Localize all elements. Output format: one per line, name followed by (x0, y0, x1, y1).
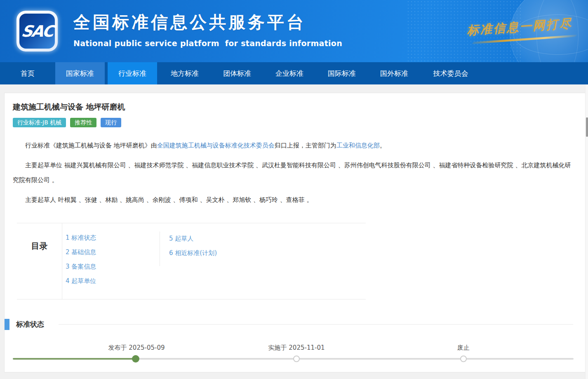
paragraph1-text-middle: 归口上报，主管部门为 (275, 142, 336, 149)
paragraph1-text-prefix: 行业标准《建筑施工机械与设备 地坪研磨机》由 (25, 142, 157, 149)
sac-logo[interactable]: SAC (16, 11, 58, 51)
tag-row: 行业标准-JB 机械 推荐性 现行 (13, 118, 588, 127)
nav-item-foreign-standards[interactable]: 国外标准 (369, 62, 419, 84)
status-timeline: 发布于 2025-05-09 实施于 2025-11-01 废止 (5, 342, 588, 379)
site-subtitle: National public service platform for sta… (73, 39, 342, 48)
nav-item-group-standards[interactable]: 团体标准 (212, 62, 262, 84)
nav-item-local-standards[interactable]: 地方标准 (160, 62, 209, 84)
timeline-dot-implemented (293, 356, 300, 362)
toc-link-drafters[interactable]: 5 起草人 (169, 232, 217, 246)
summary-paragraph: 行业标准《建筑施工机械与设备 地坪研磨机》由全国建筑施工机械与设备标准化技术委员… (5, 138, 588, 153)
toc-link-drafting-units[interactable]: 4 起草单位 (66, 274, 160, 288)
nav-item-national-standards[interactable]: 国家标准 (55, 62, 105, 84)
toc-column-2: 5 起草人 6 相近标准(计划) (160, 232, 217, 266)
toc-link-similar-standards[interactable]: 6 相近标准(计划) (169, 246, 217, 260)
timeline-label-published: 发布于 2025-05-09 (108, 344, 165, 352)
timeline-dot-abolished (460, 356, 467, 362)
nav-item-technical-committees[interactable]: 技术委员会 (422, 62, 480, 84)
timeline-dot-published (132, 355, 139, 363)
scrollbar-thumb[interactable] (586, 117, 588, 137)
drafting-units-paragraph: 主要起草单位 福建兴翼机械有限公司 、福建技术师范学院 、福建信息职业技术学院 … (5, 158, 588, 187)
drafters-paragraph: 主要起草人 叶根翼 、张健 、林励 、姚高尚 、余刚波 、傅项和 、吴文朴 、郑… (5, 192, 588, 207)
content-card: 建筑施工机械与设备 地坪研磨机 行业标准-JB 机械 推荐性 现行 行业标准《建… (4, 93, 588, 372)
section-marker (5, 319, 9, 330)
toc-box: 目录 1 标准状态 2 基础信息 3 备案信息 4 起草单位 5 起草人 6 相… (17, 223, 366, 299)
tag-industry-standard: 行业标准-JB 机械 (13, 118, 66, 127)
site-title: 全国标准信息公共服务平台 (73, 11, 342, 34)
tag-current: 现行 (101, 118, 121, 127)
section-title: 标准状态 (16, 320, 44, 329)
brand-block: 全国标准信息公共服务平台 National public service pla… (73, 11, 342, 48)
standard-title: 建筑施工机械与设备 地坪研磨机 (5, 93, 588, 112)
nav-item-industry-standards[interactable]: 行业标准 (108, 62, 157, 84)
page: SAC 全国标准信息公共服务平台 National public service… (0, 0, 588, 372)
timeline-line-done (13, 358, 136, 360)
scrollbar-track[interactable] (585, 85, 588, 379)
toc-column-1: 1 标准状态 2 基础信息 3 备案信息 4 起草单位 (62, 223, 160, 299)
ministry-link[interactable]: 工业和信息化部 (336, 142, 380, 149)
committee-link[interactable]: 全国建筑施工机械与设备标准化技术委员会 (157, 142, 275, 149)
site-header: SAC 全国标准信息公共服务平台 National public service… (0, 0, 588, 62)
toc-link-filing-info[interactable]: 3 备案信息 (66, 260, 160, 274)
section-divider-line (59, 324, 573, 325)
toc-link-standard-status[interactable]: 1 标准状态 (66, 231, 160, 245)
tag-recommended: 推荐性 (70, 118, 96, 127)
nav-item-international-standards[interactable]: 国际标准 (317, 62, 367, 84)
toc-link-basic-info[interactable]: 2 基础信息 (66, 245, 160, 260)
timeline-line-pending (136, 358, 574, 360)
toc-label: 目录 (17, 223, 62, 299)
paragraph1-period: 。 (380, 142, 386, 149)
timeline-label-abolished: 废止 (457, 344, 470, 352)
sac-logo-text: SAC (20, 22, 54, 40)
timeline-label-implemented: 实施于 2025-11-01 (268, 344, 325, 352)
nav-item-home[interactable]: 首页 (3, 62, 52, 84)
main-nav: 首页 国家标准 行业标准 地方标准 团体标准 企业标准 国际标准 国外标准 技术… (0, 62, 588, 84)
section-header-standard-status: 标准状态 (5, 318, 588, 330)
nav-item-enterprise-standards[interactable]: 企业标准 (265, 62, 314, 84)
sac-logo-inner: SAC (19, 14, 55, 49)
page-gap (0, 84, 588, 93)
